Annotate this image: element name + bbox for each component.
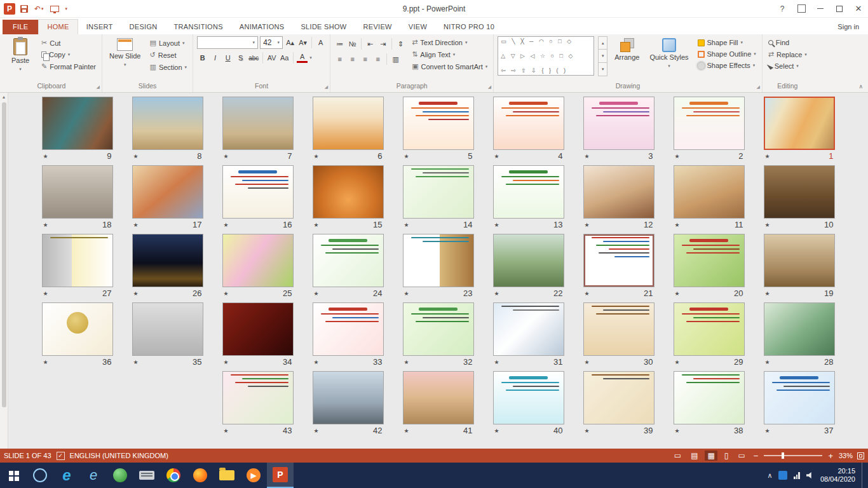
bold-button[interactable]: B xyxy=(197,52,208,64)
customize-quick-access-button[interactable]: ▾ xyxy=(64,6,69,12)
slide-image[interactable] xyxy=(674,165,745,219)
slide-thumbnail-22[interactable]: ★22 xyxy=(493,234,564,299)
increase-font-size-button[interactable]: A▴ xyxy=(285,37,295,48)
slide-thumbnail-34[interactable]: ★34 xyxy=(222,302,294,368)
format-painter-button[interactable]: ✎Format Painter xyxy=(39,62,98,71)
taskbar-app-green[interactable] xyxy=(107,463,133,488)
slide-thumbnail-2[interactable]: ★2 xyxy=(674,97,745,162)
tab-slide-show[interactable]: SLIDE SHOW xyxy=(292,20,355,34)
slide-thumbnail-19[interactable]: ★19 xyxy=(764,234,835,299)
columns-button[interactable]: ▥ xyxy=(390,53,401,65)
comments-button[interactable]: ▭ xyxy=(672,451,684,461)
start-slideshow-button[interactable] xyxy=(49,5,60,13)
slide-image[interactable] xyxy=(403,371,474,424)
maximize-button[interactable] xyxy=(830,0,849,17)
tab-insert[interactable]: INSERT xyxy=(78,20,121,34)
arrange-button[interactable]: Arrange xyxy=(611,36,642,62)
slide-thumbnail-27[interactable]: ★27 xyxy=(42,234,113,299)
slide-thumbnail-16[interactable]: ★16 xyxy=(222,165,294,231)
slide-thumbnail-23[interactable]: ★23 xyxy=(403,234,474,299)
slide-thumbnail-6[interactable]: ★6 xyxy=(313,97,384,162)
slide-thumbnail-17[interactable]: ★17 xyxy=(132,165,203,231)
text-shadow-button[interactable]: S xyxy=(235,52,246,64)
paste-button[interactable]: Paste ▾ xyxy=(5,36,36,74)
slide-indicator[interactable]: SLIDE 1 OF 43 xyxy=(4,452,51,459)
slide-image[interactable] xyxy=(493,371,564,424)
scrollbar-thumb[interactable] xyxy=(2,102,6,407)
slide-thumbnail-7[interactable]: ★7 xyxy=(222,97,294,162)
italic-button[interactable]: I xyxy=(210,52,220,64)
tab-nitro-pro[interactable]: NITRO PRO 10 xyxy=(435,20,503,34)
font-size-combobox[interactable]: 42▾ xyxy=(260,36,283,49)
slide-image[interactable] xyxy=(674,302,745,356)
slide-thumbnail-26[interactable]: ★26 xyxy=(132,234,203,299)
align-center-button[interactable]: ≡ xyxy=(347,53,358,65)
clear-formatting-button[interactable]: A xyxy=(315,37,326,48)
slide-thumbnail-31[interactable]: ★31 xyxy=(493,302,564,368)
slide-thumbnail-13[interactable]: ★13 xyxy=(493,165,564,231)
slide-thumbnail-29[interactable]: ★29 xyxy=(674,302,745,368)
slide-thumbnail-39[interactable]: ★39 xyxy=(583,371,654,437)
tray-app-icon[interactable] xyxy=(778,471,787,480)
slide-thumbnail-28[interactable]: ★28 xyxy=(764,302,835,368)
slide-image[interactable] xyxy=(493,97,564,150)
slide-thumbnail-41[interactable]: ★41 xyxy=(403,371,474,437)
bullets-button[interactable]: ≔ xyxy=(334,38,345,50)
slide-image[interactable] xyxy=(674,234,745,287)
font-color-button[interactable]: A xyxy=(297,53,308,63)
quick-styles-button[interactable]: Quick Styles ▾ xyxy=(646,36,691,71)
ribbon-display-options-button[interactable] xyxy=(792,0,811,17)
slide-thumbnail-35[interactable]: ★35 xyxy=(132,302,203,368)
close-button[interactable]: ✕ xyxy=(849,0,868,17)
slide-image[interactable] xyxy=(764,234,835,287)
slide-image[interactable] xyxy=(222,97,294,150)
reset-button[interactable]: ↺Reset xyxy=(148,50,189,60)
zoom-in-button[interactable]: + xyxy=(827,451,834,461)
shapes-more-button[interactable]: ▾ xyxy=(598,63,607,76)
slide-image[interactable] xyxy=(674,97,745,150)
slide-image[interactable] xyxy=(583,371,654,424)
cortana-button[interactable] xyxy=(27,463,53,488)
slide-image[interactable] xyxy=(222,234,294,287)
slide-thumbnail-36[interactable]: ★36 xyxy=(42,302,113,368)
align-right-button[interactable]: ≡ xyxy=(360,53,370,65)
slide-thumbnail-30[interactable]: ★30 xyxy=(583,302,654,368)
zoom-level[interactable]: 33% xyxy=(839,452,853,459)
shapes-gallery[interactable]: ▭ ╲ ╳ ─ ◠ ○ □ ◇ △ ▽ ▷ ◁ ☆ ○ □ ◇ ⇦ ⇨ ⇧ ⇩ … xyxy=(498,36,594,76)
tab-animations[interactable]: ANIMATIONS xyxy=(231,20,293,34)
font-dialog-launcher[interactable]: ◢ xyxy=(325,85,328,90)
tab-view[interactable]: VIEW xyxy=(400,20,435,34)
slide-image[interactable] xyxy=(222,371,294,424)
minimize-button[interactable] xyxy=(811,0,830,17)
taskbar-edge[interactable]: e xyxy=(53,463,80,488)
align-left-button[interactable]: ≡ xyxy=(334,53,345,65)
slide-image[interactable] xyxy=(403,97,474,150)
cut-button[interactable]: ✂Cut xyxy=(39,38,98,48)
underline-button[interactable]: U xyxy=(222,52,233,64)
slide-thumbnail-5[interactable]: ★5 xyxy=(403,97,474,162)
shape-outline-button[interactable]: Shape Outline▾ xyxy=(696,50,758,58)
slide-image[interactable] xyxy=(764,371,835,424)
shape-effects-button[interactable]: Shape Effects▾ xyxy=(696,61,758,70)
scroll-up-arrow-icon[interactable]: ▴ xyxy=(3,93,5,100)
new-slide-button[interactable]: New Slide ▾ xyxy=(106,36,144,69)
slide-thumbnail-20[interactable]: ★20 xyxy=(674,234,745,299)
taskbar-internet-explorer[interactable]: e xyxy=(80,463,107,488)
text-direction-button[interactable]: ⇄Text Direction▾ xyxy=(410,37,489,47)
slide-thumbnail-3[interactable]: ★3 xyxy=(583,97,654,162)
character-spacing-button[interactable]: AV xyxy=(266,52,277,64)
shapes-scroll-up-button[interactable]: ▴ xyxy=(598,36,607,50)
slide-image[interactable] xyxy=(493,302,564,356)
drawing-dialog-launcher[interactable]: ◢ xyxy=(756,85,759,90)
line-spacing-button[interactable]: ⇕ xyxy=(395,38,406,50)
powerpoint-app-icon[interactable]: P xyxy=(4,3,15,15)
taskbar-powerpoint[interactable]: P xyxy=(267,463,294,488)
slide-image[interactable] xyxy=(132,234,203,287)
tab-review[interactable]: REVIEW xyxy=(355,20,400,34)
slide-image[interactable] xyxy=(222,165,294,219)
slide-thumbnail-21[interactable]: ★21 xyxy=(583,234,654,299)
slide-image[interactable] xyxy=(42,165,113,219)
section-button[interactable]: ▥Section▾ xyxy=(148,62,189,72)
slide-image[interactable] xyxy=(583,97,654,150)
slide-image[interactable] xyxy=(42,97,113,150)
